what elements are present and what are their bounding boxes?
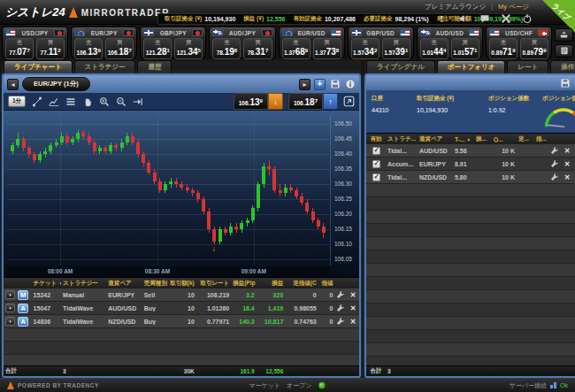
position-row[interactable]: A 15047 TidalWave AUD/USD Buy 10 1.01260… (4, 302, 359, 315)
period-button[interactable]: 1分 (8, 96, 26, 107)
trendline-tool-icon[interactable] (31, 96, 42, 107)
save-chart-icon[interactable] (329, 79, 341, 90)
chart-tab-eurjpy[interactable]: EUR/JPY (1分) (22, 77, 90, 91)
tab-live-signal[interactable]: ライブシグナル (366, 60, 435, 73)
remove-strategy-button[interactable] (561, 160, 573, 168)
row-expander-button[interactable] (5, 290, 15, 299)
zoom-in-icon[interactable] (98, 96, 110, 107)
tab-rate[interactable]: レート (507, 60, 548, 73)
tab-portfolio[interactable]: ポートフォリオ (437, 60, 506, 73)
buy-price-button[interactable]: 買1.37738 (313, 38, 341, 59)
sell-price-button[interactable]: 売121.281 (143, 38, 172, 59)
col-rate[interactable]: 取引レート (196, 280, 231, 288)
buy-price-button[interactable]: 買1.57391 (382, 38, 410, 59)
chart-info-icon[interactable] (344, 79, 356, 90)
candlestick-chart[interactable]: 106.50106.45106.40106.35106.30106.25106.… (4, 111, 359, 277)
zoom-out-icon[interactable] (115, 96, 126, 107)
col-pips[interactable]: 損益(Pip (231, 280, 257, 288)
my-page-link[interactable]: My ページ (498, 3, 529, 12)
buy-price-button[interactable]: 買106.187 (105, 38, 134, 59)
col-strategy[interactable]: ストラテ... (386, 135, 418, 143)
chart-buy-price-button[interactable]: 106.187 (288, 93, 323, 110)
col-stop[interactable]: 逆... (517, 135, 534, 143)
buy-price-button[interactable]: 買78.317 (243, 38, 272, 59)
col-amount[interactable]: 取引額(k) (168, 280, 196, 288)
buy-price-button[interactable]: 買1.01571 (451, 38, 479, 59)
snap-to-latest-icon[interactable] (132, 96, 143, 107)
strategy-enabled-checkbox[interactable] (372, 147, 380, 155)
chat-icon[interactable] (479, 12, 490, 24)
chart-sell-price-button[interactable]: 106.139 (234, 93, 268, 110)
edit-position-button[interactable] (334, 304, 347, 312)
save-portfolio-icon[interactable] (560, 77, 571, 88)
tscore-cell: 5.80 (453, 174, 474, 181)
alert-icon[interactable]: ! (436, 12, 448, 24)
close-position-button[interactable] (347, 318, 359, 326)
tab-live-chart[interactable]: ライブチャート (4, 60, 73, 73)
edit-strategy-button[interactable] (548, 159, 561, 168)
edit-position-button[interactable] (334, 290, 347, 299)
speaker-icon[interactable] (457, 12, 469, 24)
strategy-row[interactable]: Tidal... NZD/USD 5.80 10 K (366, 171, 575, 184)
col-pair[interactable]: 通貨ペア (106, 280, 142, 288)
premium-lounge-link[interactable]: プレミアムラウンジ (425, 3, 486, 12)
buy-arrow-button[interactable] (323, 93, 338, 110)
indicator-lines-icon[interactable] (65, 96, 76, 107)
col-strategy[interactable]: ストラテジー (61, 280, 106, 288)
edit-position-button[interactable] (334, 317, 347, 326)
col-tscore[interactable]: T-...▼ (453, 136, 474, 142)
sell-price-button[interactable]: 売77.077 (5, 38, 34, 59)
sell-price-button[interactable]: 売1.01444 (420, 38, 448, 59)
edit-strategy-button[interactable] (548, 146, 561, 155)
tab-history[interactable]: 履歴 (137, 60, 172, 73)
line-chart-icon[interactable] (48, 96, 59, 107)
col-enabled[interactable]: 有効 (366, 135, 386, 143)
flag-us-icon (489, 29, 500, 36)
sell-price-button[interactable]: 売1.57342 (351, 38, 380, 59)
col-limit[interactable]: 指... (534, 135, 548, 143)
remove-strategy-button[interactable] (561, 147, 573, 155)
sell-price-button[interactable]: 売78.198 (212, 38, 241, 59)
tab-operation-history[interactable]: 操作履歴 (550, 60, 575, 73)
col-quantity[interactable]: Q... (492, 136, 517, 142)
strategy-enabled-checkbox[interactable] (372, 173, 380, 181)
sell-price-button[interactable]: 売106.139 (74, 38, 103, 59)
strategy-row[interactable]: Accum... EUR/JPY 8.91 10 K (366, 158, 575, 171)
col-ticket[interactable]: チケット▼ (32, 280, 62, 288)
row-expander-button[interactable] (5, 304, 15, 312)
popout-chart-icon[interactable] (343, 96, 355, 107)
sell-price-button[interactable]: 売1.37689 (282, 38, 310, 59)
position-row[interactable]: M 15242 Manual EUR/JPY Sell 10 106.219 3… (4, 288, 359, 302)
close-position-button[interactable] (347, 304, 359, 312)
col-pl[interactable]: 損益 (257, 280, 286, 288)
col-limit[interactable]: 指値 (318, 280, 335, 288)
buy-price-button[interactable]: 買0.89799 (520, 38, 548, 59)
sell-price-button[interactable]: 売0.89719 (489, 38, 518, 59)
pan-hand-icon[interactable] (81, 96, 93, 107)
close-position-button[interactable] (347, 291, 359, 299)
buy-price-button[interactable]: 買121.345 (174, 38, 203, 59)
chart-tabs-scroll-left-button[interactable] (7, 79, 19, 90)
buy-price-button[interactable]: 買77.112 (36, 38, 65, 59)
row-expander-button[interactable] (5, 317, 15, 326)
order-pad-button[interactable] (555, 44, 573, 58)
edit-strategy-button[interactable] (548, 173, 561, 181)
quantity-cell: 10 K (492, 161, 517, 167)
strategy-row[interactable]: Tidal... AUD/USD 5.58 10 K (366, 144, 575, 158)
remove-strategy-button[interactable] (561, 173, 573, 181)
strategy-enabled-checkbox[interactable] (372, 160, 380, 168)
chart-plot-area[interactable] (7, 115, 329, 265)
add-chart-button[interactable] (314, 79, 326, 90)
power-icon[interactable] (521, 12, 533, 24)
position-row[interactable]: A 14836 TidalWave NZD/USD Buy 10 0.77971… (4, 315, 359, 328)
col-pair[interactable]: 通貨ペア (418, 135, 453, 143)
col-pl[interactable]: 損... (474, 135, 492, 143)
col-stop[interactable]: 逆指値(C (285, 280, 318, 288)
tools-icon[interactable] (500, 12, 511, 24)
sell-arrow-button[interactable] (268, 93, 283, 110)
tab-strategy[interactable]: ストラテジー (74, 60, 136, 73)
col-side[interactable]: 売買種別 (142, 280, 169, 288)
total-count: 3 (386, 368, 418, 374)
chart-tabs-scroll-right-button[interactable] (299, 79, 310, 90)
collapse-quotes-button[interactable] (555, 28, 573, 42)
